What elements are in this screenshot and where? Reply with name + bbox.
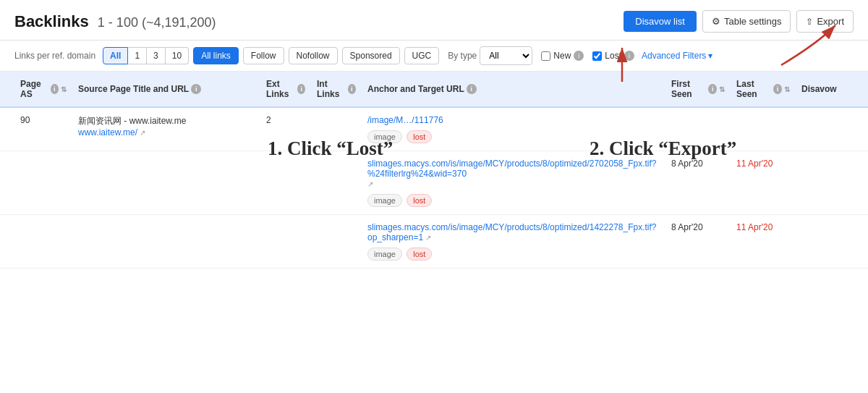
cell-last-seen: 11 Apr'20 xyxy=(731,151,796,176)
by-type-label: By type xyxy=(448,51,477,61)
cell-int-links xyxy=(311,151,362,166)
chevron-down-icon: ▾ xyxy=(708,51,712,61)
th-source-url: Source Page Title and URL i xyxy=(72,72,260,106)
new-checkbox[interactable] xyxy=(541,51,550,61)
th-int-links: Int Links i xyxy=(311,72,362,106)
anchor-url-text: /image/M…/111776 xyxy=(367,115,660,125)
source-title: 新闻资讯网 - www.iaitew.me xyxy=(78,115,255,127)
per-ref-1-button[interactable]: 1 xyxy=(128,47,147,64)
cell-first-seen xyxy=(665,108,731,122)
anchor-target-info[interactable]: i xyxy=(467,84,477,94)
table-row: slimages.macys.com/is/image/MCY/products… xyxy=(0,151,868,215)
advanced-filters-label: Advanced Filters xyxy=(642,51,706,61)
type-select[interactable]: All Text Image Frame xyxy=(480,46,532,65)
cell-int-links xyxy=(311,215,362,229)
title-range: 1 - 100 (~4,191,200) xyxy=(98,15,216,30)
cell-page-as: 90 xyxy=(14,108,72,132)
th-anchor-target: Anchor and Target URL i xyxy=(362,72,665,106)
title-text: Backlinks xyxy=(14,12,89,30)
table-settings-button[interactable]: ⚙ Table settings xyxy=(702,10,791,33)
export-label: Export xyxy=(817,16,844,27)
nofollow-button[interactable]: Nofollow xyxy=(289,47,338,64)
page-wrapper: Backlinks 1 - 100 (~4,191,200) Disavow l… xyxy=(0,0,868,393)
last-seen-info[interactable]: i xyxy=(773,84,782,94)
upload-icon: ⇧ xyxy=(806,17,813,27)
anchor-url-text: slimages.macys.com/is/image/MCY/products… xyxy=(367,159,660,189)
tag-image: image xyxy=(367,194,402,207)
anchor-tags: image lost xyxy=(367,128,660,143)
lost-info-icon[interactable]: i xyxy=(624,51,634,61)
per-ref-all-button[interactable]: All xyxy=(103,47,128,64)
cell-disavow xyxy=(796,151,854,166)
anchor-tags: image lost xyxy=(367,245,660,261)
top-bar: Backlinks 1 - 100 (~4,191,200) Disavow l… xyxy=(0,0,868,41)
links-per-ref-label: Links per ref. domain xyxy=(14,51,95,61)
th-first-seen: First Seen i ⇅ xyxy=(665,72,731,106)
cell-ext-links xyxy=(260,215,311,229)
source-url-info[interactable]: i xyxy=(191,84,201,94)
filter-bar: Links per ref. domain All 1 3 10 All lin… xyxy=(0,41,868,72)
anchor-link[interactable]: /image/M…/111776 xyxy=(367,115,443,125)
page-as-sort[interactable]: ⇅ xyxy=(61,85,67,93)
per-ref-10-button[interactable]: 10 xyxy=(166,47,189,64)
ugc-button[interactable]: UGC xyxy=(404,47,440,64)
cell-ext-links xyxy=(260,151,311,166)
cell-source: 新闻资讯网 - www.iaitew.me www.iaitew.me/ ↗ xyxy=(72,108,260,145)
lost-checkbox[interactable] xyxy=(592,51,602,61)
th-ext-links: Ext Links i xyxy=(260,72,311,106)
export-button[interactable]: ⇧ Export xyxy=(796,10,854,33)
new-info-icon[interactable]: i xyxy=(574,51,584,61)
th-disavow: Disavow xyxy=(796,72,854,106)
table-row: 90 新闻资讯网 - www.iaitew.me www.iaitew.me/ … xyxy=(0,108,868,151)
new-label[interactable]: New xyxy=(553,51,571,61)
cell-ext-links: 2 xyxy=(260,108,311,132)
cell-disavow xyxy=(796,215,854,229)
int-links-info[interactable]: i xyxy=(348,84,356,94)
table-body: 90 新闻资讯网 - www.iaitew.me www.iaitew.me/ … xyxy=(0,108,868,269)
advanced-filters-button[interactable]: Advanced Filters ▾ xyxy=(642,51,712,61)
all-links-button[interactable]: All links xyxy=(193,47,239,64)
table-settings-label: Table settings xyxy=(724,16,782,27)
tag-lost: lost xyxy=(407,130,432,143)
lost-checkbox-group: Lost i xyxy=(592,51,634,61)
per-ref-3-button[interactable]: 3 xyxy=(147,47,166,64)
cell-anchor: slimages.macys.com/is/image/MCY/products… xyxy=(362,215,665,268)
tag-lost: lost xyxy=(407,194,432,207)
by-type-group: By type All Text Image Frame xyxy=(448,46,532,65)
page-as-info[interactable]: i xyxy=(51,84,59,94)
source-url-link[interactable]: www.iaitew.me/ xyxy=(78,127,137,138)
top-actions: Disavow list ⚙ Table settings ⇧ Export xyxy=(624,10,854,33)
title-area: Backlinks 1 - 100 (~4,191,200) xyxy=(14,12,216,31)
last-seen-sort[interactable]: ⇅ xyxy=(784,85,790,93)
external-link-icon: ↗ xyxy=(140,129,145,137)
tag-image: image xyxy=(367,248,402,261)
anchor-domain-link[interactable]: slimages.macys.com xyxy=(367,159,448,169)
cell-source xyxy=(72,215,260,229)
ext-links-info[interactable]: i xyxy=(297,84,305,94)
disavow-list-button[interactable]: Disavow list xyxy=(624,11,697,32)
follow-button[interactable]: Follow xyxy=(243,47,284,64)
table-header: Page AS i ⇅ Source Page Title and URL i … xyxy=(0,72,868,108)
cell-source xyxy=(72,151,260,166)
first-seen-sort[interactable]: ⇅ xyxy=(719,85,725,93)
new-checkbox-group: New i xyxy=(541,51,584,61)
cell-page-as xyxy=(14,151,72,166)
cell-int-links xyxy=(311,108,362,122)
cell-disavow xyxy=(796,108,854,122)
anchor-domain-link[interactable]: slimages.macys.com xyxy=(367,222,448,232)
th-page-as: Page AS i ⇅ xyxy=(14,72,72,106)
th-last-seen: Last Seen i ⇅ xyxy=(731,72,796,106)
cell-last-seen: 11 Apr'20 xyxy=(731,215,796,240)
anchor-tags: image lost xyxy=(367,192,660,207)
tag-lost: lost xyxy=(407,248,432,261)
lost-label[interactable]: Lost xyxy=(605,51,621,61)
cell-page-as xyxy=(14,215,72,229)
page-title: Backlinks 1 - 100 (~4,191,200) xyxy=(14,12,216,30)
per-ref-domain-group: All 1 3 10 xyxy=(103,47,189,64)
cell-first-seen: 8 Apr'20 xyxy=(665,215,731,240)
anchor-url-text: slimages.macys.com/is/image/MCY/products… xyxy=(367,222,660,242)
tag-image: image xyxy=(367,130,402,143)
first-seen-info[interactable]: i xyxy=(708,84,717,94)
sponsored-button[interactable]: Sponsored xyxy=(342,47,400,64)
external-link-icon: ↗ xyxy=(425,234,431,242)
